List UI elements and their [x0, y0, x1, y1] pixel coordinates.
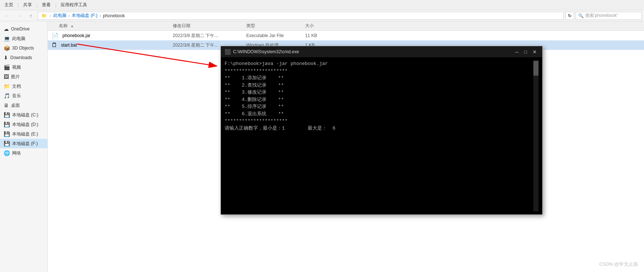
downloads-icon: ⬇ [4, 55, 8, 61]
network-icon: 🌐 [4, 150, 10, 156]
file-list-header: 名称 ▲ 修改日期 类型 大小 [48, 21, 644, 31]
drive-e-icon: 💾 [4, 131, 10, 137]
videos-icon: 🎬 [4, 64, 10, 70]
cmd-line-8: ********************** [225, 117, 533, 125]
cmd-body: F:\phonebook>java -jar phonebook.jar ***… [221, 57, 542, 214]
address-part-folder: phonebook [103, 13, 125, 18]
file-date-0: 2022/3/8 星期二 下午... [173, 33, 246, 39]
cmd-scrollbar[interactable] [533, 60, 539, 211]
cmd-line-5: ** 4.删除记录 ** [225, 96, 533, 104]
col-header-size[interactable]: 大小 [305, 23, 334, 29]
address-part-drive[interactable]: 本地磁盘 (F:) [72, 12, 97, 19]
onedrive-icon: ☁ [4, 26, 9, 32]
sidebar: ☁ OneDrive 💻 此电脑 📦 3D Objects ⬇ Download… [0, 21, 48, 272]
menu-home[interactable]: 主页 [3, 1, 15, 9]
sidebar-item-videos[interactable]: 🎬 视频 [0, 62, 47, 72]
drive-d-icon: 💾 [4, 122, 10, 127]
cmd-titlebar: ⬛ C:\WINDOWS\system32\cmd.exe ─ □ ✕ [221, 46, 542, 57]
bat-file-icon: 🗒 [51, 42, 57, 48]
address-path-field[interactable]: 📁 › 此电脑 › 本地磁盘 (F:) › phonebook [37, 12, 564, 20]
file-size-0: 11 KB [305, 33, 334, 38]
cmd-line-3: ** 2.查找记录 ** [225, 82, 533, 89]
cmd-maximize-button[interactable]: □ [522, 48, 530, 55]
address-bar: ← → ↑ 📁 › 此电脑 › 本地磁盘 (F:) › phonebook ↻ … [0, 10, 644, 21]
sidebar-item-network[interactable]: 🌐 网络 [0, 148, 47, 158]
cmd-line-1: ********************** [225, 68, 533, 75]
cmd-line-4: ** 3.修改记录 ** [225, 89, 533, 96]
file-name-0: 📄 phonebook.jar [48, 32, 173, 39]
menu-share[interactable]: 共享 [22, 1, 33, 9]
col-header-name[interactable]: 名称 ▲ [48, 23, 173, 29]
back-button[interactable]: ← [2, 11, 12, 21]
sidebar-item-drive-d[interactable]: 💾 本地磁盘 (D:) [0, 120, 47, 129]
file-type-0: Executable Jar File [246, 33, 305, 38]
cmd-icon: ⬛ [225, 49, 231, 55]
watermark: CSDN @学无止路 [599, 261, 638, 268]
sidebar-item-drive-f[interactable]: 💾 本地磁盘 (F:) [0, 139, 47, 148]
cmd-line-6: ** 5.排序记录 ** [225, 103, 533, 110]
menu-view[interactable]: 查看 [40, 1, 52, 9]
sidebar-item-music[interactable]: 🎵 音乐 [0, 91, 47, 101]
menu-app-tools[interactable]: 应用程序工具 [59, 1, 89, 9]
pc-icon: 💻 [4, 36, 10, 41]
pictures-icon: 🖼 [4, 74, 9, 80]
search-placeholder: 搜索'phonebook' [585, 12, 618, 19]
drive-c-icon: 💾 [4, 112, 10, 118]
address-part-pc[interactable]: 此电脑 [53, 12, 67, 19]
forward-button[interactable]: → [14, 11, 24, 21]
cmd-line-0: F:\phonebook>java -jar phonebook.jar [225, 60, 533, 68]
cmd-close-button[interactable]: ✕ [530, 48, 539, 55]
search-icon: 🔍 [578, 13, 584, 18]
sidebar-item-desktop[interactable]: 🖥 桌面 [0, 101, 47, 110]
sidebar-item-documents[interactable]: 📁 文档 [0, 81, 47, 91]
desktop-icon: 🖥 [4, 102, 9, 108]
sidebar-item-onedrive[interactable]: ☁ OneDrive [0, 24, 47, 34]
sidebar-item-3dobjects[interactable]: 📦 3D Objects [0, 43, 47, 53]
drive-f-icon: 💾 [4, 141, 10, 146]
file-row-0[interactable]: 📄 phonebook.jar 2022/3/8 星期二 下午... Execu… [48, 31, 644, 40]
documents-icon: 📁 [4, 83, 10, 89]
jar-file-icon: 📄 [51, 32, 59, 39]
menu-bar: 主页 | 共享 | 查看 | 应用程序工具 [0, 0, 644, 10]
col-header-date[interactable]: 修改日期 [173, 23, 246, 29]
sidebar-item-drive-e[interactable]: 💾 本地磁盘 (E:) [0, 129, 47, 139]
cmd-minimize-button[interactable]: ─ [513, 48, 521, 55]
cmd-line-2: ** 1.添加记录 ** [225, 75, 533, 82]
cmd-line-9: 请输入正确数字，最小是：1 最大是： 6 [225, 125, 533, 132]
sidebar-item-downloads[interactable]: ⬇ Downloads [0, 53, 47, 62]
music-icon: 🎵 [4, 93, 10, 99]
3dobjects-icon: 📦 [4, 45, 10, 51]
refresh-button[interactable]: ↻ [565, 12, 574, 20]
cmd-line-7: ** 6.退出系统 ** [225, 110, 533, 118]
col-header-type[interactable]: 类型 [246, 23, 305, 29]
cmd-window: ⬛ C:\WINDOWS\system32\cmd.exe ─ □ ✕ F:\p… [221, 46, 543, 215]
cmd-text-area: F:\phonebook>java -jar phonebook.jar ***… [225, 60, 533, 211]
sidebar-item-drive-c[interactable]: 💾 本地磁盘 (C:) [0, 110, 47, 120]
sidebar-item-thispc[interactable]: 💻 此电脑 [0, 34, 47, 43]
cmd-controls: ─ □ ✕ [513, 48, 539, 55]
up-button[interactable]: ↑ [26, 11, 36, 21]
search-box[interactable]: 🔍 搜索'phonebook' [576, 12, 642, 20]
cmd-scrollbar-thumb[interactable] [533, 61, 539, 76]
file-name-1: 🗒 start.bat [48, 42, 173, 48]
sidebar-item-pictures[interactable]: 🖼 图片 [0, 72, 47, 81]
cmd-title: ⬛ C:\WINDOWS\system32\cmd.exe [225, 49, 299, 55]
